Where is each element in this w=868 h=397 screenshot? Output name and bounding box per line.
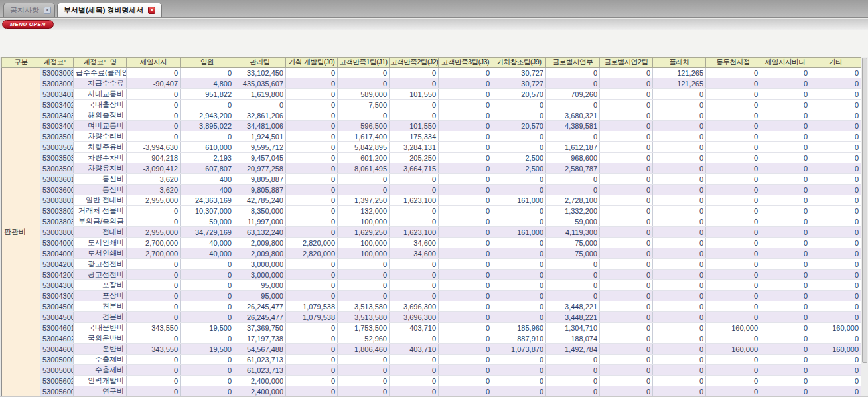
amount-cell[interactable]: 0	[653, 248, 706, 259]
amount-cell[interactable]: 0	[439, 333, 492, 344]
amount-cell[interactable]: 2,700,000	[127, 248, 181, 259]
account-code-cell[interactable]: 53004000	[40, 238, 74, 248]
amount-cell[interactable]: 0	[600, 344, 653, 355]
amount-cell[interactable]: 8,350,000	[234, 206, 286, 216]
amount-cell[interactable]: 2,700,000	[127, 238, 181, 248]
amount-cell[interactable]: 343,550	[127, 323, 181, 333]
account-code-cell[interactable]: 53003403	[40, 110, 74, 121]
account-code-cell[interactable]: 53004200	[40, 270, 74, 280]
amount-cell[interactable]: 0	[286, 185, 338, 195]
amount-cell[interactable]: 1,623,100	[390, 195, 439, 206]
amount-cell[interactable]: 175,334	[390, 131, 439, 142]
amount-cell[interactable]: 0	[653, 291, 706, 301]
amount-cell[interactable]: 30,727	[492, 78, 546, 89]
amount-cell[interactable]: 0	[653, 355, 706, 365]
amount-cell[interactable]: 95,000	[234, 291, 286, 301]
amount-cell[interactable]: 0	[706, 227, 760, 238]
amount-cell[interactable]: 0	[286, 323, 338, 333]
amount-cell[interactable]: 0	[760, 68, 810, 78]
amount-cell[interactable]: 0	[286, 280, 338, 291]
amount-cell[interactable]: 0	[127, 110, 181, 121]
amount-cell[interactable]: 0	[439, 248, 492, 259]
amount-cell[interactable]: 0	[760, 185, 810, 195]
amount-cell[interactable]: 0	[338, 185, 390, 195]
amount-cell[interactable]: 0	[286, 355, 338, 365]
amount-cell[interactable]: 0	[600, 323, 653, 333]
amount-cell[interactable]: 0	[810, 195, 861, 206]
account-name-cell[interactable]: 국외운반비	[74, 333, 127, 344]
amount-cell[interactable]: 0	[706, 259, 760, 270]
scrollbar-thumb[interactable]	[862, 58, 867, 363]
amount-cell[interactable]: 0	[706, 312, 760, 323]
amount-cell[interactable]: 132,000	[338, 206, 390, 216]
amount-cell[interactable]: 185,960	[492, 323, 546, 333]
account-name-cell[interactable]: 급수수료(클레임)	[74, 68, 127, 78]
amount-cell[interactable]: 0	[338, 259, 390, 270]
amount-cell[interactable]: 0	[338, 110, 390, 121]
amount-cell[interactable]: 2,580,787	[546, 163, 600, 174]
account-code-cell[interactable]: 53003803	[40, 216, 74, 227]
amount-cell[interactable]: 20,977,258	[234, 163, 286, 174]
amount-cell[interactable]: 0	[492, 100, 546, 110]
amount-cell[interactable]: 0	[760, 78, 810, 89]
account-name-cell[interactable]: 국내운반비	[74, 323, 127, 333]
amount-cell[interactable]: 0	[760, 110, 810, 121]
amount-cell[interactable]: 589,000	[338, 89, 390, 100]
amount-cell[interactable]: 0	[439, 365, 492, 376]
amount-cell[interactable]: 2,009,800	[234, 238, 286, 248]
amount-cell[interactable]: 968,600	[546, 153, 600, 163]
amount-cell[interactable]: 0	[760, 312, 810, 323]
amount-cell[interactable]: 400	[181, 174, 234, 185]
amount-cell[interactable]: 0	[390, 270, 439, 280]
amount-cell[interactable]: 4,389,581	[546, 121, 600, 131]
amount-cell[interactable]: 0	[546, 68, 600, 78]
amount-cell[interactable]: 19,500	[181, 344, 234, 355]
amount-cell[interactable]: 0	[439, 355, 492, 365]
account-name-cell[interactable]: 인력개발비	[74, 376, 127, 386]
amount-cell[interactable]: 0	[600, 355, 653, 365]
account-code-cell[interactable]: 53003401	[40, 89, 74, 100]
amount-cell[interactable]: 0	[760, 195, 810, 206]
account-code-cell[interactable]: 53003601	[40, 174, 74, 185]
amount-cell[interactable]: 0	[810, 78, 861, 89]
account-name-cell[interactable]: 수출제비	[74, 355, 127, 365]
amount-cell[interactable]: 2,400,000	[234, 376, 286, 386]
amount-cell[interactable]: 0	[492, 280, 546, 291]
amount-cell[interactable]: 0	[492, 291, 546, 301]
amount-cell[interactable]: 59,000	[546, 216, 600, 227]
amount-cell[interactable]: 0	[286, 131, 338, 142]
account-name-cell[interactable]: 통신비	[74, 174, 127, 185]
amount-cell[interactable]: 0	[706, 110, 760, 121]
account-code-cell[interactable]: 53003801	[40, 195, 74, 206]
amount-cell[interactable]: 0	[546, 365, 600, 376]
account-name-cell[interactable]: 광고선전비	[74, 259, 127, 270]
amount-cell[interactable]: 0	[706, 206, 760, 216]
account-name-cell[interactable]: 통신비	[74, 185, 127, 195]
amount-cell[interactable]: 0	[706, 89, 760, 100]
amount-cell[interactable]: 0	[439, 131, 492, 142]
amount-cell[interactable]: 0	[286, 68, 338, 78]
amount-cell[interactable]: 0	[810, 248, 861, 259]
amount-cell[interactable]: 121,265	[653, 78, 706, 89]
account-name-cell[interactable]: 도서인쇄비	[74, 248, 127, 259]
amount-cell[interactable]: 33,102,450	[234, 68, 286, 78]
amount-cell[interactable]: 0	[760, 323, 810, 333]
amount-cell[interactable]: 0	[127, 376, 181, 386]
amount-cell[interactable]: 0	[492, 131, 546, 142]
amount-cell[interactable]: 0	[181, 131, 234, 142]
amount-cell[interactable]: 0	[492, 238, 546, 248]
amount-cell[interactable]: 0	[810, 365, 861, 376]
account-name-cell[interactable]: 견본비	[74, 312, 127, 323]
amount-cell[interactable]: 2,820,000	[286, 238, 338, 248]
amount-cell[interactable]: 34,481,006	[234, 121, 286, 131]
amount-cell[interactable]: 0	[600, 131, 653, 142]
amount-cell[interactable]: 0	[390, 216, 439, 227]
amount-cell[interactable]: 0	[600, 238, 653, 248]
amount-cell[interactable]: 3,513,580	[338, 312, 390, 323]
amount-cell[interactable]: 0	[760, 270, 810, 280]
amount-cell[interactable]: 0	[810, 291, 861, 301]
amount-cell[interactable]: 7,500	[338, 100, 390, 110]
amount-cell[interactable]: 0	[181, 376, 234, 386]
amount-cell[interactable]: 52,960	[338, 333, 390, 344]
amount-cell[interactable]: 0	[810, 206, 861, 216]
